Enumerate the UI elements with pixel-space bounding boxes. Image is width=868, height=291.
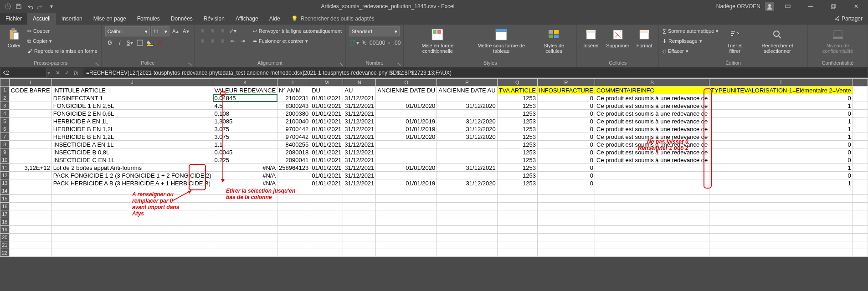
- cell-L14[interactable]: [277, 187, 310, 195]
- increase-font-icon[interactable]: A▴: [171, 27, 180, 36]
- header-cell[interactable]: VALEUR REDEVANCE: [213, 87, 277, 94]
- cell-T14[interactable]: [709, 187, 853, 195]
- number-launcher-icon[interactable]: ⤡: [397, 61, 402, 66]
- cell-J18[interactable]: [51, 218, 213, 226]
- find-select-button[interactable]: Rechercher et sélectionner: [751, 26, 804, 55]
- cell-Q9[interactable]: 1253: [497, 148, 537, 156]
- cell-P8[interactable]: [437, 141, 497, 148]
- cell-O19[interactable]: [376, 226, 437, 234]
- cell-I18[interactable]: [9, 218, 51, 226]
- cell-I7[interactable]: [9, 133, 51, 141]
- cell-R7[interactable]: 0: [537, 133, 595, 141]
- cell-O7[interactable]: 01/01/2020: [376, 133, 437, 141]
- namebox-dropdown-icon[interactable]: ▾: [46, 70, 51, 76]
- cell-S9[interactable]: Ce produit est soumis à une redevance de: [595, 148, 709, 156]
- col-header-S[interactable]: S: [595, 79, 709, 87]
- cell-P14[interactable]: [437, 187, 497, 195]
- row-header-7[interactable]: 7: [0, 133, 10, 141]
- row-header-20[interactable]: 20: [0, 234, 10, 241]
- cell-P7[interactable]: 31/12/2020: [437, 133, 497, 141]
- cell-styles-button[interactable]: Styles de cellules: [535, 26, 573, 55]
- cell-J19[interactable]: [51, 226, 213, 234]
- cell-S22[interactable]: [595, 249, 709, 257]
- tell-me-search[interactable]: 💡 Rechercher des outils adaptés: [286, 15, 375, 22]
- row-header-17[interactable]: 17: [0, 210, 10, 218]
- cell-T7[interactable]: 1: [709, 133, 853, 141]
- cell-O13[interactable]: 01/01/2019: [376, 179, 437, 187]
- cell-P10[interactable]: [437, 156, 497, 164]
- cell-R20[interactable]: [537, 234, 595, 241]
- cell-P3[interactable]: 31/12/2020: [437, 102, 497, 110]
- cell-K14[interactable]: [213, 187, 277, 195]
- cell-I9[interactable]: [9, 148, 51, 156]
- cell-K13[interactable]: #N/A: [213, 179, 277, 187]
- row-header-18[interactable]: 18: [0, 218, 10, 226]
- row-header-8[interactable]: 8: [0, 141, 10, 148]
- cell-M3[interactable]: 01/01/2021: [310, 102, 343, 110]
- cell-T22[interactable]: [709, 249, 853, 257]
- bold-button[interactable]: G: [105, 38, 114, 47]
- italic-button[interactable]: I: [115, 38, 124, 47]
- cell-L9[interactable]: 2080018: [277, 148, 310, 156]
- cell-R21[interactable]: [537, 241, 595, 249]
- cell-K15[interactable]: [213, 195, 277, 203]
- cell-J11[interactable]: Lot de 2 boîtes appât Anti-fourmis: [51, 164, 213, 172]
- cell-J2[interactable]: DESINFECTANT 1: [51, 94, 213, 102]
- cell-K3[interactable]: 4.5: [213, 102, 277, 110]
- cell-R12[interactable]: 0: [537, 172, 595, 179]
- cell-T3[interactable]: 1: [709, 102, 853, 110]
- cell-S17[interactable]: [595, 210, 709, 218]
- row-header-2[interactable]: 2: [0, 94, 10, 102]
- cell-Q6[interactable]: 1253: [497, 125, 537, 133]
- cell-T5[interactable]: 1: [709, 117, 853, 125]
- cell-T21[interactable]: [709, 241, 853, 249]
- cell-P19[interactable]: [437, 226, 497, 234]
- cell-I3[interactable]: [9, 102, 51, 110]
- cell-P11[interactable]: 31/12/2021: [437, 164, 497, 172]
- cell-Q21[interactable]: [497, 241, 537, 249]
- cell-Q16[interactable]: [497, 203, 537, 210]
- cell-J14[interactable]: [51, 187, 213, 195]
- header-cell[interactable]: COMMENTAIREINFO: [595, 87, 709, 94]
- cell-Q3[interactable]: 1253: [497, 102, 537, 110]
- cell-R6[interactable]: 0: [537, 125, 595, 133]
- cell-J10[interactable]: INSECTICIDE C EN 1L: [51, 156, 213, 164]
- cell-I5[interactable]: [9, 117, 51, 125]
- cell-N14[interactable]: [343, 187, 376, 195]
- currency-icon[interactable]: 💱▾: [349, 38, 359, 47]
- cell-M18[interactable]: [310, 218, 343, 226]
- cell-M4[interactable]: 01/01/2021: [310, 110, 343, 117]
- cell-S19[interactable]: [595, 226, 709, 234]
- cell-K17[interactable]: [213, 210, 277, 218]
- cell-T2[interactable]: 0: [709, 94, 853, 102]
- header-cell[interactable]: TYPEUNITEVALORISATION-1=Elémentaire 2=Ve…: [709, 87, 853, 94]
- cell-K5[interactable]: 1.3085: [213, 117, 277, 125]
- cell-J15[interactable]: [51, 195, 213, 203]
- cell-Q22[interactable]: [497, 249, 537, 257]
- cell-T9[interactable]: 0: [709, 148, 853, 156]
- tab-data[interactable]: Données: [165, 13, 198, 25]
- cell-M17[interactable]: [310, 210, 343, 218]
- col-header-T[interactable]: T: [709, 79, 853, 87]
- ribbon-options-icon[interactable]: [779, 0, 797, 13]
- cell-M15[interactable]: [310, 195, 343, 203]
- select-all-cell[interactable]: [0, 79, 10, 87]
- cell-P15[interactable]: [437, 195, 497, 203]
- cell-S16[interactable]: [595, 203, 709, 210]
- tab-help[interactable]: Aide: [264, 13, 286, 25]
- format-as-table-button[interactable]: Mettre sous forme de tableau: [471, 26, 532, 55]
- cell-L6[interactable]: 9700442: [277, 125, 310, 133]
- cell-T8[interactable]: 0: [709, 141, 853, 148]
- cell-S10[interactable]: Ce produit est soumis à une redevance de: [595, 156, 709, 164]
- cell-P13[interactable]: 31/12/2020: [437, 179, 497, 187]
- cell-M9[interactable]: 01/01/2021: [310, 148, 343, 156]
- cell-M5[interactable]: 01/01/2021: [310, 117, 343, 125]
- cell-O21[interactable]: [376, 241, 437, 249]
- cell-J5[interactable]: HERBICIDE A EN 1L: [51, 117, 213, 125]
- cell-O12[interactable]: [376, 172, 437, 179]
- cell-S8[interactable]: Ce produit est soumis à une redevance de: [595, 141, 709, 148]
- cell-I22[interactable]: [9, 249, 51, 257]
- cell-S6[interactable]: Ce produit est soumis à une redevance de: [595, 125, 709, 133]
- tab-home[interactable]: Accueil: [27, 13, 56, 25]
- cell-P20[interactable]: [437, 234, 497, 241]
